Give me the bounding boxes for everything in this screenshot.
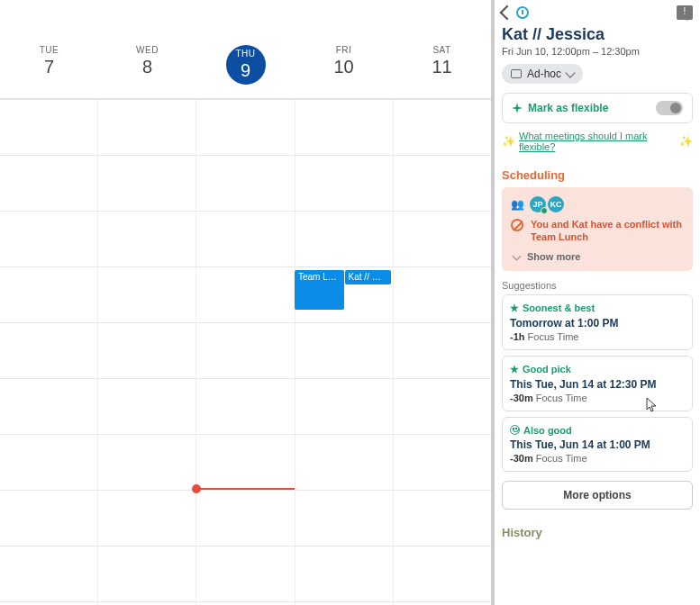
suggestion-card[interactable]: ★Good pick This Tue, Jun 14 at 12:30 PM … <box>502 356 693 411</box>
star-icon: ★ <box>510 302 519 314</box>
category-chip[interactable]: Ad-hoc <box>502 64 583 84</box>
feedback-icon[interactable]: ! <box>677 5 693 20</box>
impact-delta: -30m <box>510 393 533 403</box>
day-column-sat[interactable]: SAT 11 <box>393 45 491 98</box>
day-number: 7 <box>0 57 98 77</box>
event-title: Kat // Jessica <box>502 25 693 44</box>
chevron-down-icon <box>565 68 575 77</box>
suggestion-impact: -30m Focus Time <box>510 453 685 464</box>
grid-col[interactable] <box>295 99 394 605</box>
event-team-lunch[interactable]: Team L… <box>295 270 344 310</box>
day-column-fri[interactable]: FRI 10 <box>295 45 393 98</box>
day-number: 10 <box>295 57 393 77</box>
flexible-help-link[interactable]: What meetings should I mark flexible? <box>519 131 676 152</box>
star-icon: ★ <box>510 364 519 375</box>
conflict-card: 👥 JP KC You and Kat have a conflict with… <box>502 187 693 271</box>
flexible-info-row: ✨ What meetings should I mark flexible? … <box>502 131 693 152</box>
grid-col[interactable] <box>394 99 491 605</box>
impact-label: Focus Time <box>528 331 579 342</box>
status-badge <box>541 207 548 214</box>
day-of-week: SAT <box>393 45 491 55</box>
history-header: History <box>502 526 693 539</box>
panel-topbar: ! <box>502 5 693 20</box>
mark-flexible-card: Mark as flexible <box>502 93 693 123</box>
tag-icon <box>511 69 522 78</box>
calendar-grid[interactable]: Team L… Kat // … <box>0 99 491 605</box>
show-more-row[interactable]: Show more <box>511 251 684 262</box>
avatar-kc[interactable]: KC <box>548 196 564 212</box>
impact-delta: -1h <box>510 331 525 342</box>
scheduling-header: Scheduling <box>502 168 693 182</box>
suggestion-time: This Tue, Jun 14 at 1:00 PM <box>510 438 685 451</box>
day-number: 9 <box>241 60 250 81</box>
calendar-header: TUE 7 WED 8 THU 9 FRI 10 SAT 11 <box>0 45 491 99</box>
day-of-week: TUE <box>0 45 98 55</box>
event-kat-jessica[interactable]: Kat // … <box>345 270 392 284</box>
avatar-initials: KC <box>550 200 562 209</box>
mark-flexible-toggle[interactable] <box>656 101 683 115</box>
more-options-button[interactable]: More options <box>502 481 693 510</box>
suggestion-tag: Also good <box>523 425 572 436</box>
chevron-down-icon <box>513 252 522 261</box>
grid-col[interactable] <box>196 99 295 605</box>
sparkle-emoji: ✨ <box>502 135 515 148</box>
people-icon: 👥 <box>511 198 524 211</box>
show-more-label: Show more <box>527 251 580 262</box>
attendee-avatars: 👥 JP KC <box>511 196 684 212</box>
impact-label: Focus Time <box>536 393 587 403</box>
suggestion-impact: -30m Focus Time <box>510 393 685 403</box>
grid-col[interactable] <box>0 99 98 605</box>
event-time: Fri Jun 10, 12:00pm – 12:30pm <box>502 46 693 57</box>
day-of-week: WED <box>98 45 196 55</box>
event-panel: ! Kat // Jessica Fri Jun 10, 12:00pm – 1… <box>495 0 700 605</box>
suggestions-label: Suggestions <box>502 280 693 291</box>
suggestion-time: This Tue, Jun 14 at 12:30 PM <box>510 378 685 391</box>
calendar: TUE 7 WED 8 THU 9 FRI 10 SAT 11 <box>0 0 495 605</box>
sparkle-emoji: ✨ <box>679 135 693 148</box>
conflict-text: You and Kat have a conflict with Team Lu… <box>531 218 684 244</box>
back-icon[interactable] <box>500 5 515 21</box>
today-circle: THU 9 <box>226 45 266 85</box>
day-number: 11 <box>393 57 491 77</box>
calendar-columns <box>0 99 491 605</box>
suggestion-impact: -1h Focus Time <box>510 331 685 342</box>
suggestion-tag: Soonest & best <box>523 302 595 313</box>
now-indicator-line <box>196 488 295 490</box>
grid-col[interactable] <box>98 99 196 605</box>
now-indicator-dot <box>192 484 201 493</box>
conflict-icon <box>511 219 523 231</box>
sparkle-icon <box>512 103 523 113</box>
avatar-jp[interactable]: JP <box>530 196 546 212</box>
day-number: 8 <box>98 57 196 77</box>
day-column-thu-today[interactable]: THU 9 <box>196 45 295 98</box>
suggestion-card[interactable]: ★Soonest & best Tomorrow at 1:00 PM -1h … <box>502 294 693 350</box>
smile-icon <box>510 425 520 435</box>
suggestion-tag: Good pick <box>523 364 571 375</box>
day-column-wed[interactable]: WED 8 <box>98 45 196 98</box>
impact-label: Focus Time <box>536 453 587 464</box>
day-column-tue[interactable]: TUE 7 <box>0 45 98 98</box>
suggestion-time: Tomorrow at 1:00 PM <box>510 317 685 330</box>
impact-delta: -30m <box>510 453 533 464</box>
clock-icon[interactable] <box>516 6 529 19</box>
day-of-week: FRI <box>295 45 393 55</box>
chip-label: Ad-hoc <box>527 68 561 80</box>
mark-flexible-label: Mark as flexible <box>528 102 608 114</box>
day-of-week: THU <box>235 49 255 59</box>
suggestion-card[interactable]: Also good This Tue, Jun 14 at 1:00 PM -3… <box>502 417 693 472</box>
